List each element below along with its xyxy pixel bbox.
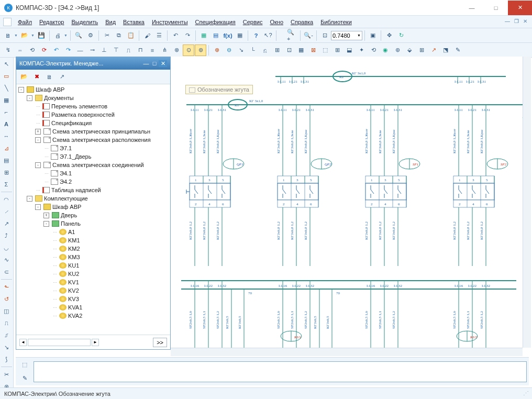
lt-e[interactable]: ◡ xyxy=(1,242,12,253)
mdi-min-icon[interactable]: — xyxy=(504,18,511,26)
tree-item[interactable]: -Схема электрическая расположения xyxy=(16,136,170,144)
t2-10[interactable]: ⊤ xyxy=(110,45,122,56)
panel-open-button[interactable]: 📂 xyxy=(18,71,30,83)
menu-tools[interactable]: Инструменты xyxy=(149,18,191,26)
tree-item[interactable]: -Панель xyxy=(16,219,170,228)
t2-21[interactable]: ⎌ xyxy=(259,45,271,56)
menu-file[interactable]: Файл xyxy=(15,18,35,26)
lt-d2[interactable]: ⊿ xyxy=(1,142,12,154)
print-button[interactable]: 🖨 xyxy=(52,30,63,41)
tree-item[interactable]: ⋯KVA2 xyxy=(16,312,170,320)
zoom-combo[interactable]: 0.7480▼ xyxy=(331,31,362,40)
t2-35[interactable]: ↗ xyxy=(428,45,439,56)
mdi-restore-icon[interactable]: ❐ xyxy=(513,18,520,26)
save-button[interactable]: 💾 xyxy=(36,30,47,41)
canvas-hscroll[interactable] xyxy=(171,348,523,356)
lt-line[interactable]: ╲ xyxy=(1,82,12,94)
menu-view[interactable]: Вид xyxy=(102,18,119,26)
redo-button[interactable]: ↷ xyxy=(182,30,193,41)
lt-grid[interactable]: ▦ xyxy=(1,94,12,106)
tree-item[interactable]: ⋯A1 xyxy=(16,228,170,236)
panel-close-button[interactable]: ✕ xyxy=(159,60,167,67)
lt-n[interactable]: ⟆ xyxy=(1,353,12,365)
project-tree[interactable]: -Шкаф АВР-Документы⋯Перечень элементов⋯Р… xyxy=(16,84,170,335)
lt-text[interactable]: A xyxy=(1,118,12,130)
panel-go-button[interactable]: >> xyxy=(153,338,167,347)
vars-button[interactable]: ▤ xyxy=(210,30,221,41)
scroll-track[interactable] xyxy=(28,339,91,346)
t2-17[interactable]: ⊕ xyxy=(211,45,223,56)
lt-lay[interactable]: ▤ xyxy=(1,154,12,166)
t2-5[interactable]: ↶ xyxy=(50,45,62,56)
tree-item[interactable]: ⋯KV1 xyxy=(16,278,170,286)
t2-24[interactable]: ▦ xyxy=(295,45,307,56)
t2-7[interactable]: — xyxy=(74,45,86,56)
panel-max-button[interactable]: □ xyxy=(150,60,159,66)
tree-item[interactable]: ⋯Э4.2 xyxy=(16,178,170,186)
preview-button[interactable]: 🔍 xyxy=(73,30,84,41)
lt-cal[interactable]: Σ xyxy=(1,179,12,190)
tree-item[interactable]: ⋯KM2 xyxy=(16,245,170,253)
layers-button[interactable]: ▦ xyxy=(198,30,209,41)
cmd-icon-1[interactable]: ⬚ xyxy=(19,359,30,371)
mdi-close-icon[interactable]: ✕ xyxy=(522,18,529,26)
tree-item[interactable]: ⋯KV3 xyxy=(16,295,170,303)
t2-36[interactable]: ⬔ xyxy=(440,45,451,56)
t2-14[interactable]: ⋔ xyxy=(159,45,170,56)
t2-6[interactable]: ↷ xyxy=(62,45,74,56)
tree-item[interactable]: ⋯Перечень элементов xyxy=(16,102,170,110)
copy-button[interactable]: ⧉ xyxy=(113,30,125,41)
t2-22[interactable]: ⊞ xyxy=(271,45,283,56)
help-button[interactable]: ? xyxy=(250,30,262,41)
menu-editor[interactable]: Редактор xyxy=(36,18,67,26)
menu-window[interactable]: Окно xyxy=(267,18,286,26)
fx-button[interactable]: f(x) xyxy=(222,30,234,41)
zoom-out-button[interactable]: 🔍- xyxy=(303,30,314,41)
close-button[interactable]: ✕ xyxy=(508,1,532,15)
lt-tbl[interactable]: ⊞ xyxy=(1,167,12,178)
t2-13[interactable]: ≡ xyxy=(147,45,158,56)
props-button[interactable]: ☰ xyxy=(153,30,165,41)
tree-item[interactable]: ⋯KM1 xyxy=(16,236,170,245)
new-button[interactable]: 🗎 xyxy=(2,30,14,41)
t2-harness[interactable]: ⊙ xyxy=(183,45,194,56)
zoom-window-button[interactable]: ▣ xyxy=(367,30,379,41)
t2-27[interactable]: ⊞ xyxy=(331,45,343,56)
panel-min-button[interactable]: — xyxy=(142,60,150,66)
undo-button[interactable]: ↶ xyxy=(170,30,181,41)
menu-help[interactable]: Справка xyxy=(287,18,316,26)
doc-icon[interactable] xyxy=(3,18,12,26)
menu-libs[interactable]: Библиотеки xyxy=(317,18,355,26)
command-input[interactable] xyxy=(34,361,527,382)
pan-button[interactable]: ✥ xyxy=(383,30,395,41)
t2-4[interactable]: ⟳ xyxy=(38,45,50,56)
tree-item[interactable]: ⋯Э4.1 xyxy=(16,169,170,178)
lt-h[interactable]: ⬑ xyxy=(1,281,12,293)
t2-12[interactable]: ⊓ xyxy=(135,45,146,56)
resize-grip[interactable]: ⋰ xyxy=(523,390,528,397)
tree-item[interactable]: +Дверь xyxy=(16,211,170,219)
t2-37[interactable]: ✎ xyxy=(452,45,463,56)
t2-2[interactable]: ⎓ xyxy=(14,45,26,56)
menu-select[interactable]: Выделить xyxy=(68,18,101,26)
lt-a[interactable]: ◠ xyxy=(1,194,12,205)
canvas-vscroll[interactable] xyxy=(523,57,531,348)
lt-d[interactable]: ⤴ xyxy=(1,230,12,241)
open-button[interactable]: 📂 xyxy=(19,30,30,41)
lt-j[interactable]: ◫ xyxy=(1,305,12,317)
tree-item[interactable]: ⋯Спецификация xyxy=(16,119,170,127)
panel-del-button[interactable]: ✖ xyxy=(31,71,42,83)
t2-23[interactable]: ⊡ xyxy=(283,45,295,56)
t2-3[interactable]: ⟲ xyxy=(26,45,38,56)
lt-f[interactable]: ∿ xyxy=(1,254,12,265)
t2-harness-label[interactable]: ⊚ xyxy=(195,45,206,56)
t2-18[interactable]: ⊖ xyxy=(223,45,235,56)
tree-item[interactable]: ⋯Э7.1 xyxy=(16,144,170,152)
lt-i[interactable]: ↺ xyxy=(1,293,12,305)
t2-20[interactable]: └ xyxy=(247,45,259,56)
t2-30[interactable]: ⟲ xyxy=(368,45,379,56)
maximize-button[interactable]: □ xyxy=(484,1,508,15)
t2-11[interactable]: ⎍ xyxy=(123,45,134,56)
panel-exp-button[interactable]: ↗ xyxy=(56,71,68,83)
lt-c[interactable]: ↗ xyxy=(1,218,12,229)
